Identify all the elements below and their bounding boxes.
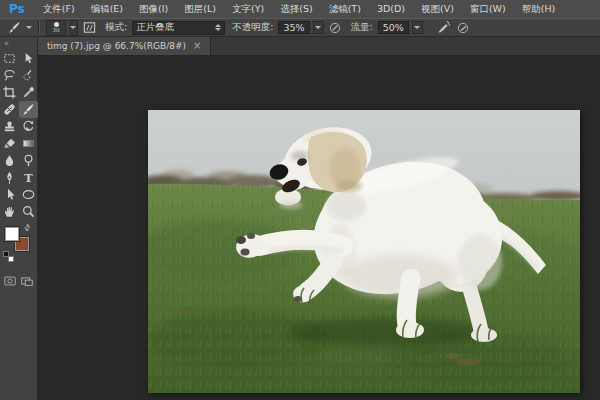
mode-value: 正片叠底 xyxy=(136,21,174,34)
stamp-icon xyxy=(2,119,17,134)
marquee-tool[interactable] xyxy=(0,50,19,67)
dodge-icon xyxy=(21,153,36,168)
dodge-tool[interactable] xyxy=(19,152,38,169)
screen-mode-button[interactable] xyxy=(20,273,34,292)
tool-preset-brush-icon[interactable] xyxy=(6,20,23,36)
document-tab-title: timg (7).jpg @ 66.7%(RGB/8#) xyxy=(47,41,186,51)
flow-value: 50% xyxy=(383,22,404,33)
crop-tool[interactable] xyxy=(0,84,19,101)
menu-item-layer[interactable]: 图层(L) xyxy=(176,0,224,18)
quick-mask-button[interactable] xyxy=(3,273,17,292)
menu-item-image[interactable]: 图像(I) xyxy=(131,0,176,18)
lasso-tool[interactable] xyxy=(0,67,19,84)
path-select-icon xyxy=(2,187,17,202)
options-bar: 30 模式: 正片叠底 不透明度: 35% 流量: 50% xyxy=(0,18,600,37)
brush-preset-picker[interactable]: 30 xyxy=(46,20,66,36)
pressure-opacity-icon[interactable] xyxy=(327,20,344,36)
menu-item-file[interactable]: 文件(F) xyxy=(35,0,83,18)
airbrush-icon[interactable] xyxy=(435,20,452,36)
history-brush-icon xyxy=(21,119,36,134)
opacity-caret[interactable] xyxy=(313,21,324,34)
puppy-photo xyxy=(148,110,580,393)
menu-item-threed[interactable]: 3D(D) xyxy=(369,0,413,18)
hand-tool[interactable] xyxy=(0,203,19,220)
gradient-icon xyxy=(21,136,36,151)
crop-icon xyxy=(2,85,17,100)
move-tool[interactable] xyxy=(19,50,38,67)
quick-select-icon xyxy=(21,68,36,83)
menu-items: 文件(F)编辑(E)图像(I)图层(L)文字(Y)选择(S)滤镜(T)3D(D)… xyxy=(35,0,564,18)
photoshop-window: Ps 文件(F)编辑(E)图像(I)图层(L)文字(Y)选择(S)滤镜(T)3D… xyxy=(0,0,600,400)
eraser-tool[interactable] xyxy=(0,135,19,152)
menu-item-type[interactable]: 文字(Y) xyxy=(224,0,272,18)
toggle-brush-panel-icon[interactable] xyxy=(81,20,98,36)
zoom-tool[interactable] xyxy=(19,203,38,220)
menu-item-window[interactable]: 窗口(W) xyxy=(462,0,514,18)
ps-logo: Ps xyxy=(9,2,25,16)
hand-icon xyxy=(2,204,17,219)
svg-text:T: T xyxy=(24,171,33,185)
marquee-icon xyxy=(2,51,17,66)
eyedropper-icon xyxy=(21,85,36,100)
path-select-tool[interactable] xyxy=(0,186,19,203)
gradient-tool[interactable] xyxy=(19,135,38,152)
brush-icon xyxy=(21,102,36,117)
menu-item-help[interactable]: 帮助(H) xyxy=(514,0,564,18)
shape-icon xyxy=(21,187,36,202)
menu-item-edit[interactable]: 编辑(E) xyxy=(83,0,131,18)
tool-preset-caret[interactable] xyxy=(26,26,32,29)
tab-bar: timg (7).jpg @ 66.7%(RGB/8#) × xyxy=(38,37,600,56)
menu-item-view[interactable]: 视图(V) xyxy=(413,0,462,18)
flow-value-field[interactable]: 50% xyxy=(378,21,409,34)
brush-tool[interactable] xyxy=(19,101,38,118)
document-tab[interactable]: timg (7).jpg @ 66.7%(RGB/8#) × xyxy=(38,37,211,55)
mode-label: 模式: xyxy=(105,21,127,34)
type-tool[interactable]: T xyxy=(19,169,38,186)
pen-tool[interactable] xyxy=(0,169,19,186)
blur-tool[interactable] xyxy=(0,152,19,169)
eyedropper-tool[interactable] xyxy=(19,84,38,101)
menu-item-filter[interactable]: 滤镜(T) xyxy=(321,0,369,18)
divider xyxy=(38,21,40,34)
blur-icon xyxy=(2,153,17,168)
shape-tool[interactable] xyxy=(19,186,38,203)
swap-colors-icon[interactable]: ⇄ xyxy=(22,222,33,233)
flow-caret[interactable] xyxy=(412,21,423,34)
healing-icon xyxy=(2,102,17,117)
flow-label: 流量: xyxy=(351,21,373,34)
tools-grid: T xyxy=(0,50,37,220)
mode-select[interactable]: 正片叠底 xyxy=(132,21,225,35)
canvas-area[interactable] xyxy=(38,56,600,400)
brush-size-value: 30 xyxy=(53,28,60,33)
opacity-value: 35% xyxy=(283,22,304,33)
tab-close-icon[interactable]: × xyxy=(193,41,201,51)
panel-bottom-buttons xyxy=(0,273,37,292)
stamp-tool[interactable] xyxy=(0,118,19,135)
opacity-value-field[interactable]: 35% xyxy=(278,21,309,34)
tool-panel: « T ⇄ xyxy=(0,37,38,400)
puppy-shadow xyxy=(288,318,488,346)
opacity-label: 不透明度: xyxy=(232,21,273,34)
type-icon: T xyxy=(21,170,36,185)
quick-select-tool[interactable] xyxy=(19,67,38,84)
move-icon xyxy=(21,51,36,66)
menu-item-select[interactable]: 选择(S) xyxy=(272,0,320,18)
pen-icon xyxy=(2,170,17,185)
color-swatches: ⇄ xyxy=(0,225,37,265)
pressure-size-icon[interactable] xyxy=(455,20,472,36)
brush-preset-caret[interactable] xyxy=(69,20,78,36)
mode-select-spinner xyxy=(215,24,221,32)
default-colors-icon[interactable] xyxy=(3,251,14,262)
photo-document[interactable] xyxy=(148,110,580,393)
toolbar-collapse-button[interactable]: « xyxy=(0,37,37,50)
lasso-icon xyxy=(2,68,17,83)
history-brush-tool[interactable] xyxy=(19,118,38,135)
eraser-icon xyxy=(2,136,17,151)
menu-bar: Ps 文件(F)编辑(E)图像(I)图层(L)文字(Y)选择(S)滤镜(T)3D… xyxy=(0,0,600,18)
healing-tool[interactable] xyxy=(0,101,19,118)
zoom-icon xyxy=(21,204,36,219)
foreground-color-swatch[interactable] xyxy=(5,227,19,241)
